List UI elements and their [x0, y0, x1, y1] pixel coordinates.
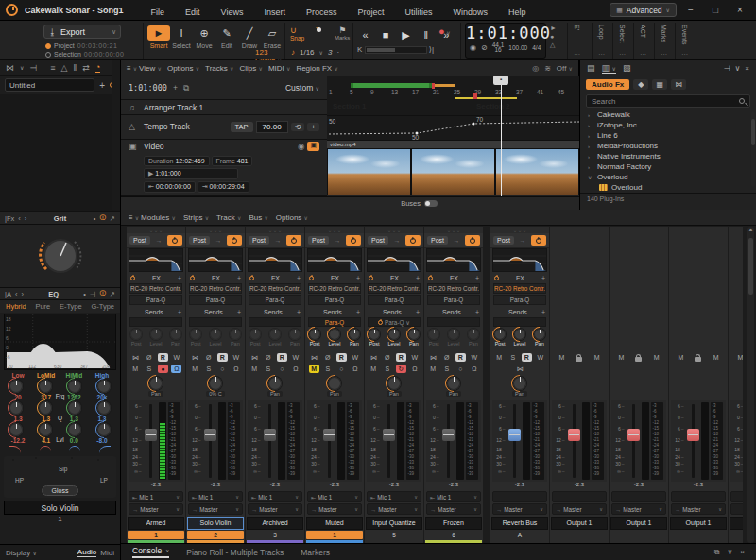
tempo-value-box[interactable]: 70.00: [256, 121, 288, 133]
module-tab-act[interactable]: ACT⋯: [633, 23, 652, 59]
send-knob-post[interactable]: Post: [190, 329, 201, 347]
video-enable-button[interactable]: ▣: [307, 142, 319, 151]
console-menu-bus[interactable]: Bus ∨: [249, 213, 267, 222]
inspector-track-area[interactable]: [0, 94, 120, 212]
plugins-tab-icon[interactable]: ▥ ∨: [602, 63, 616, 74]
notes-tab-icon[interactable]: ▧: [623, 63, 631, 73]
mixer-strip[interactable]: ⌄⌄⌄ Post → FX + Sends + PostLeve: [669, 227, 728, 543]
eq-mini-graph[interactable]: [492, 248, 547, 272]
volume-fader[interactable]: [204, 402, 216, 480]
eq-tab-g-type[interactable]: G-Type: [91, 302, 114, 311]
send-knob-pan[interactable]: Pan: [230, 329, 241, 347]
playhead-line[interactable]: [501, 76, 502, 196]
fader-cap[interactable]: [627, 429, 640, 441]
fx-slot-2[interactable]: Para-Q: [308, 295, 361, 305]
module-tab-marks[interactable]: Marks⋯: [654, 23, 673, 59]
module-tab-select[interactable]: Select⋯: [612, 23, 631, 59]
tempo-value[interactable]: 100.00: [508, 44, 527, 51]
phones-button[interactable]: Ω: [290, 365, 301, 373]
eq-power-button[interactable]: [227, 235, 242, 246]
eq-power-button[interactable]: [465, 235, 480, 246]
solo-button[interactable]: S: [263, 365, 273, 373]
interleave-button[interactable]: ⋈: [428, 353, 438, 362]
solo-button[interactable]: S: [322, 365, 333, 373]
send-knob-post[interactable]: Post: [309, 329, 320, 347]
mute-button[interactable]: M: [494, 353, 505, 362]
tool-erase[interactable]: ▱Erase: [261, 25, 284, 49]
write-automation-button[interactable]: W: [350, 353, 360, 362]
tv-menu-options[interactable]: Options ∨: [167, 64, 199, 73]
fx-slot-2[interactable]: Para-Q: [427, 295, 480, 305]
mute-button[interactable]: M: [735, 353, 743, 362]
eq-band-knob[interactable]: [39, 423, 52, 436]
send-add-button[interactable]: +: [541, 309, 545, 315]
prev-icon[interactable]: ‹: [18, 214, 21, 223]
read-automation-button[interactable]: R: [277, 353, 287, 362]
send-add-button[interactable]: +: [237, 309, 241, 315]
routing-tab-icon[interactable]: ⇄: [82, 63, 90, 73]
eq-band-knob[interactable]: [39, 380, 52, 393]
tab-console[interactable]: Console×: [132, 546, 169, 558]
eq-power-button[interactable]: [167, 235, 182, 246]
eq-mini-graph[interactable]: [188, 248, 243, 272]
tab-piano-roll[interactable]: Piano Roll - Multiple Tracks: [186, 548, 284, 557]
output-selector[interactable]: →Master∨: [671, 503, 726, 515]
media-tab-icon[interactable]: ▤: [587, 63, 595, 73]
maximize-dock-icon[interactable]: ⧉: [714, 548, 720, 557]
send-knob-level[interactable]: Level: [209, 329, 221, 347]
send-slot[interactable]: [249, 317, 301, 327]
mute-button[interactable]: M: [428, 365, 438, 373]
pan-control[interactable]: Pan: [305, 374, 364, 399]
grit-knob[interactable]: [0, 225, 120, 287]
expand-icon[interactable]: ↗: [110, 290, 115, 298]
send-knob-post[interactable]: Post: [494, 329, 506, 347]
console-menu-options[interactable]: Options ∨: [276, 213, 308, 222]
hamburger-icon[interactable]: ≡: [127, 64, 131, 73]
tab-audio[interactable]: Audio: [77, 548, 96, 557]
send-knob-level[interactable]: Level: [387, 329, 400, 347]
volume-fader[interactable]: [383, 402, 395, 480]
pan-control[interactable]: Pan: [127, 374, 185, 399]
snap-to-by-toggle[interactable]: To: [316, 26, 320, 32]
input-echo-button[interactable]: ↻: [396, 365, 406, 373]
eq-band-knob[interactable]: [9, 380, 23, 393]
tab-instruments-icon[interactable]: ◆: [633, 79, 648, 90]
time-signature[interactable]: 4/4: [532, 44, 541, 51]
tool-move[interactable]: ⊕Move: [193, 25, 215, 49]
eq-post-button[interactable]: Post: [427, 236, 448, 245]
arranger-section-1[interactable]: Section 1: [327, 101, 469, 115]
close-icon[interactable]: ×: [745, 64, 749, 73]
fx-slot-1[interactable]: RC-20 Retro Contr...: [493, 283, 546, 294]
inspector-name-input[interactable]: Untitled: [5, 78, 94, 92]
eq-post-button[interactable]: Post: [368, 236, 388, 245]
scrollbar[interactable]: [751, 111, 755, 187]
strip-name[interactable]: Archived: [247, 517, 303, 530]
input-selector[interactable]: ⇤Mic 1∨: [367, 491, 421, 502]
output-selector[interactable]: →Master∨: [552, 503, 607, 515]
track-list-icon[interactable]: ≡: [50, 63, 55, 73]
fx-power-icon[interactable]: [190, 276, 195, 280]
menu-utilities[interactable]: Utilities: [394, 8, 442, 17]
tree-item[interactable]: ›Line 6: [580, 130, 756, 141]
phones-button[interactable]: Ω: [231, 365, 241, 373]
volume-fader[interactable]: [442, 402, 455, 480]
write-automation-button[interactable]: W: [171, 353, 181, 362]
send-knob-post[interactable]: Post: [428, 329, 439, 347]
mute-button[interactable]: M: [309, 365, 319, 373]
scroll-lock-icon[interactable]: ◎: [532, 64, 539, 73]
volume-fader[interactable]: [145, 402, 157, 480]
input-selector[interactable]: [611, 491, 666, 502]
tab-midi-fx-icon[interactable]: ▦: [652, 79, 667, 90]
interleave-button[interactable]: ⋈: [515, 365, 525, 373]
eq-post-button[interactable]: Post: [129, 236, 150, 245]
mute-button[interactable]: M: [369, 365, 379, 373]
mute-button[interactable]: M: [676, 353, 686, 362]
send-add-button[interactable]: +: [178, 309, 181, 315]
mixer-strip[interactable]: ⌄⌄⌄ Post → FX + RC-20 Retro Contr... Par…: [186, 227, 245, 543]
interleave-button[interactable]: ⋈: [190, 353, 200, 362]
mixer-strip[interactable]: ⌄⌄⌄ Post → FX + RC-20 Retro Contr... Par…: [424, 227, 483, 543]
dock-icon[interactable]: ⊣: [724, 64, 730, 73]
fx-power-icon[interactable]: [428, 276, 433, 280]
tab-rex-icon[interactable]: ⋈: [671, 79, 686, 90]
interleave-button[interactable]: ⋈: [249, 353, 260, 362]
